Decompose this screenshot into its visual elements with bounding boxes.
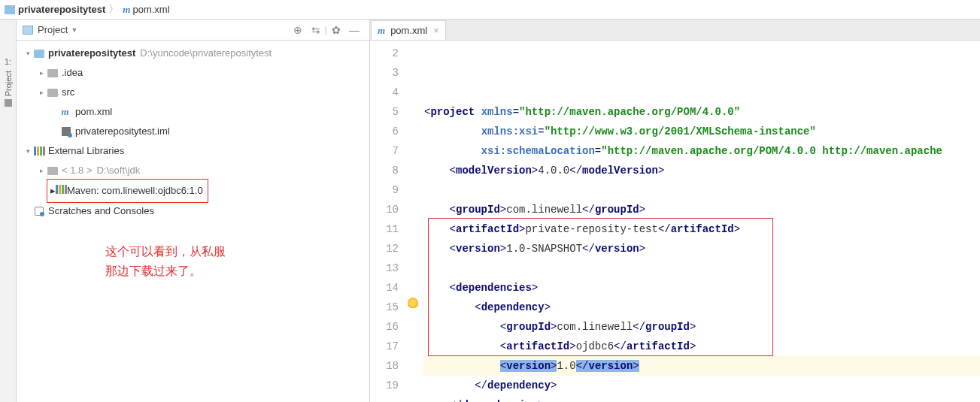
highlighted-tree-row: ▸ Maven: com.linewell:ojdbc6:1.0 (47, 179, 208, 203)
module-file-icon (62, 127, 71, 136)
tree-scratches[interactable]: Scratches and Consoles (17, 201, 369, 221)
annotation-text: 这个可以看到，从私服 那边下载过来了。 (17, 242, 369, 281)
editor-tabbar: m pom.xml × (370, 20, 980, 41)
folder-icon (47, 69, 58, 77)
tree-external-libs[interactable]: ▾ External Libraries (17, 141, 369, 161)
icon-gutter (406, 41, 423, 402)
project-panel: Project ▼ ⊕ ⇆ | ✿ — ▾ privaterepositytes… (17, 20, 370, 402)
tree-iml[interactable]: privaterepositytest.iml (17, 122, 369, 141)
code-content[interactable]: <project xmlns="http://maven.apache.org/… (423, 41, 980, 402)
annotation-line1: 这个可以看到，从私服 (105, 242, 369, 261)
chevron-right-icon[interactable]: ▸ (36, 161, 47, 180)
breadcrumb: privaterepositytest 〉 m pom.xml (0, 0, 980, 20)
tree-idea[interactable]: ▸ .idea (17, 63, 369, 83)
breadcrumb-root-label: privaterepositytest (18, 4, 105, 15)
project-tree: ▾ privaterepositytest D:\yuncode\private… (17, 41, 369, 284)
annotation-line2: 那边下载过来了。 (105, 261, 369, 281)
close-icon[interactable]: × (433, 25, 439, 36)
chevron-down-icon[interactable]: ▾ (23, 44, 33, 63)
tree-item-label: Scratches and Consoles (48, 201, 154, 221)
folder-icon (5, 5, 15, 14)
intention-bulb-icon[interactable] (408, 298, 418, 308)
hide-icon[interactable]: — (347, 23, 361, 37)
project-toolbar: Project ▼ ⊕ ⇆ | ✿ — (17, 20, 369, 41)
locate-icon[interactable]: ⊕ (291, 23, 305, 37)
tree-root-path: D:\yuncode\privaterepositytest (140, 44, 272, 63)
editor-tab[interactable]: m pom.xml × (371, 20, 446, 40)
breadcrumb-root[interactable]: privaterepositytest (5, 4, 105, 15)
project-view-label: Project (38, 24, 68, 35)
breadcrumb-separator: 〉 (108, 2, 120, 17)
maven-file-icon: m (378, 25, 385, 37)
tree-item-label: .idea (62, 63, 83, 83)
tree-item-label: privaterepositytest.iml (75, 122, 170, 141)
scratch-icon (35, 207, 44, 216)
project-view-icon (23, 26, 33, 35)
tree-jdk[interactable]: ▸ < 1.8 > D:\soft\jdk (17, 161, 369, 180)
project-view-select[interactable]: Project ▼ (38, 24, 289, 35)
chevron-right-icon[interactable]: ▸ (36, 83, 47, 102)
tool-number: 1: (5, 57, 11, 66)
folder-icon (47, 89, 58, 97)
folder-icon (47, 167, 58, 175)
tree-jdk-path: D:\soft\jdk (96, 161, 140, 180)
maven-file-icon: m (61, 102, 68, 122)
folder-icon (34, 50, 44, 58)
chevron-down-icon[interactable]: ▾ (23, 141, 33, 161)
tool-square-icon (5, 99, 12, 107)
tree-item-label: src (62, 83, 74, 102)
chevron-right-icon[interactable]: ▸ (36, 63, 47, 83)
tree-src[interactable]: ▸ src (17, 83, 369, 102)
tab-label: pom.xml (390, 25, 427, 36)
tree-root-label: privaterepositytest (48, 44, 135, 63)
breadcrumb-file-label: pom.xml (132, 4, 169, 15)
line-gutter: 2345678910111213141516171819 (370, 41, 406, 402)
tree-item-label[interactable]: Maven: com.linewell:ojdbc6:1.0 (67, 181, 203, 201)
caret-down-icon: ▼ (71, 26, 77, 34)
breadcrumb-file[interactable]: m pom.xml (123, 4, 169, 16)
chevron-right-icon[interactable]: ▸ (50, 181, 56, 201)
tree-item-label: < 1.8 > (62, 161, 92, 180)
library-icon (56, 185, 67, 194)
tree-pom[interactable]: m pom.xml (17, 102, 369, 122)
library-icon (34, 147, 45, 156)
editor-area: m pom.xml × 2345678910111213141516171819… (370, 20, 980, 402)
collapse-icon[interactable]: ⇆ (309, 23, 323, 37)
tree-item-label: pom.xml (75, 102, 112, 122)
maven-file-icon: m (123, 4, 130, 16)
tool-label[interactable]: Project (4, 71, 13, 96)
settings-icon[interactable]: ✿ (329, 23, 343, 37)
tree-root[interactable]: ▾ privaterepositytest D:\yuncode\private… (17, 44, 369, 63)
left-tool-strip: 1: Project (0, 20, 17, 402)
highlight-rect (428, 218, 773, 356)
tree-item-label: External Libraries (48, 141, 124, 161)
